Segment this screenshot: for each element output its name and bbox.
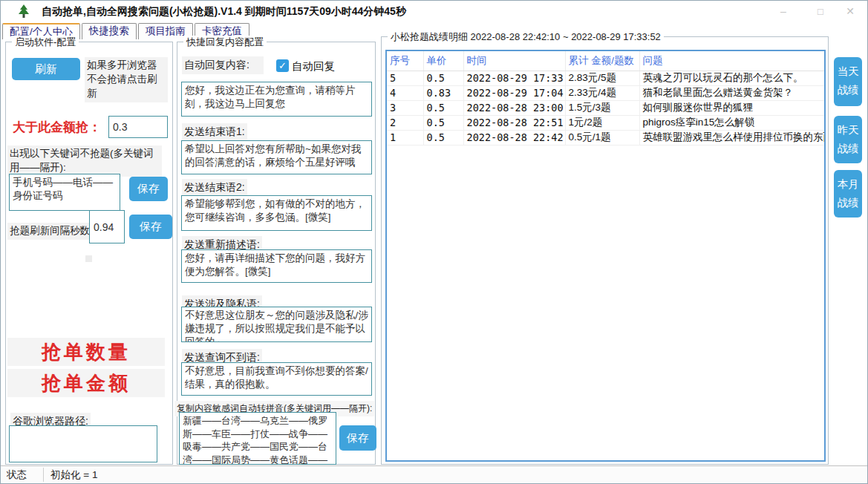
col-header-time: 时间 bbox=[463, 51, 565, 71]
redescribe-textarea[interactable]: 您好，请再详细描述下您的问题，我好方便为您解答。[微笑] bbox=[181, 249, 372, 283]
save-interval-button[interactable]: 保存 bbox=[129, 215, 172, 239]
table-row[interactable]: 4 0.83 2022-08-29 17:04:31 2.33元/4题 猫和老鼠… bbox=[387, 85, 824, 100]
end-msg2-label: 发送结束语2: bbox=[182, 179, 247, 197]
status-label: 状态 bbox=[7, 466, 27, 483]
refresh-hint-label: 如果多开浏览器不会抢请点击刷新 bbox=[85, 57, 168, 102]
app-tree-icon bbox=[17, 4, 30, 18]
end-msg1-textarea[interactable]: 希望以上回答对您有所帮助~如果您对我的回答满意的话，麻烦给个五星好评哦 bbox=[181, 140, 372, 174]
table-row[interactable]: 5 0.5 2022-08-29 17:33:52 2.83元/5题 英魂之刃可… bbox=[387, 71, 824, 85]
launch-config-title: 启动软件-配置 bbox=[12, 36, 79, 49]
table-header-row: 序号 单价 时间 累计 金额/题数 问题 bbox=[387, 51, 824, 71]
cell-question: 如何驯服迷你世界的狐狸 bbox=[639, 100, 824, 115]
cell-price: 0.5 bbox=[423, 100, 463, 115]
maximize-icon[interactable]: □ bbox=[811, 1, 830, 22]
cell-question: 猫和老鼠里面怎么赠送黄金货架？ bbox=[639, 85, 824, 100]
cell-seq: 1 bbox=[387, 130, 423, 145]
cell-seq: 4 bbox=[387, 85, 423, 100]
auto-reply-textarea[interactable]: 您好，我这边正在为您查询，请稍等片刻，我这边马上回复您 bbox=[181, 82, 372, 117]
yesterday-results-button[interactable]: 昨天战绩 bbox=[834, 116, 862, 163]
cell-price: 0.83 bbox=[423, 85, 463, 100]
quick-reply-title: 快捷回复内容配置 bbox=[183, 36, 267, 49]
launch-config-panel: 启动软件-配置 刷新 如果多开浏览器不会抢请点击刷新 大于此金额抢： 出现以下关… bbox=[5, 42, 173, 465]
end-msg1-label: 发送结束语1: bbox=[182, 123, 247, 141]
tab-quick-search[interactable]: 快捷搜索 bbox=[82, 23, 137, 39]
cell-total: 1.5元/3题 bbox=[565, 100, 639, 115]
order-count-label: 抢单数量 bbox=[7, 338, 165, 366]
today-results-button[interactable]: 当天战绩 bbox=[834, 57, 862, 106]
status-separator bbox=[43, 468, 44, 482]
window-title: 自动抢单,自动全网搜索问题(小松抢题).V1.4 到期时间1157天09小时44… bbox=[42, 1, 406, 22]
refresh-interval-label: 抢题刷新间隔秒数 bbox=[7, 223, 92, 240]
auto-reply-checkbox-label: 自动回复 bbox=[292, 59, 335, 73]
refresh-interval-input[interactable] bbox=[89, 210, 125, 243]
cell-time: 2022-08-28 22:42:10 bbox=[463, 130, 565, 145]
refresh-button[interactable]: 刷新 bbox=[12, 58, 80, 80]
cell-question: 英雄联盟游戏里怎么样使用排位币换的东西 bbox=[639, 130, 824, 145]
end-msg2-textarea[interactable]: 希望能够帮到您，如有做的不对的地方，您可继续咨询，多多包涵。[微笑] bbox=[181, 195, 372, 231]
min-amount-input[interactable] bbox=[108, 116, 168, 138]
privacy-textarea[interactable]: 不好意思这位朋友～您的问题涉及隐私/涉嫌违规了，所以按照规定我们是不能予以回答的… bbox=[181, 307, 372, 342]
cell-time: 2022-08-29 17:33:52 bbox=[463, 71, 565, 85]
col-header-total: 累计 金额/题数 bbox=[565, 51, 639, 71]
cell-total: 1元/2题 bbox=[565, 115, 639, 130]
auto-reply-label: 自动回复内容: bbox=[182, 56, 264, 74]
cell-total: 2.33元/4题 bbox=[565, 85, 639, 100]
auto-reply-checkbox[interactable] bbox=[276, 59, 289, 72]
cell-total: 0.5元/1题 bbox=[565, 130, 639, 145]
title-bar: 自动抢单,自动全网搜索问题(小松抢题).V1.4 到期时间1157天09小时44… bbox=[1, 1, 867, 22]
close-icon[interactable]: ✕ bbox=[841, 1, 860, 22]
table-row[interactable]: 3 0.5 2022-08-28 23:00:07 1.5元/3题 如何驯服迷你… bbox=[387, 100, 824, 115]
minimize-icon[interactable]: – bbox=[774, 1, 793, 22]
cell-price: 0.5 bbox=[423, 115, 463, 130]
chrome-path-input[interactable] bbox=[9, 425, 157, 462]
cell-question: 英魂之刃可以玩灵石的那个怎么下。 bbox=[639, 71, 824, 85]
table-row[interactable]: 2 0.5 2022-08-28 22:51:14 1元/2题 phigros痉… bbox=[387, 115, 824, 130]
results-panel-title: 小松抢题战绩明细 2022-08-28 22:42:10 ~ 2022-08-2… bbox=[388, 30, 664, 44]
results-panel: 小松抢题战绩明细 2022-08-28 22:42:10 ~ 2022-08-2… bbox=[381, 36, 829, 465]
decoration-dot bbox=[85, 255, 92, 262]
cell-time: 2022-08-29 17:04:31 bbox=[463, 85, 565, 100]
table-row[interactable]: 1 0.5 2022-08-28 22:42:10 0.5元/1题 英雄联盟游戏… bbox=[387, 130, 824, 145]
save-sensitive-button[interactable]: 保存 bbox=[339, 425, 376, 451]
col-header-price: 单价 bbox=[423, 51, 463, 71]
col-header-question: 问题 bbox=[639, 51, 824, 71]
cell-time: 2022-08-28 23:00:07 bbox=[463, 100, 565, 115]
cell-total: 2.83元/5题 bbox=[565, 71, 639, 85]
cell-seq: 3 bbox=[387, 100, 423, 115]
min-amount-label: 大于此金额抢： bbox=[13, 119, 101, 136]
month-results-button[interactable]: 本月战绩 bbox=[834, 170, 862, 218]
cell-question: phigros痉挛in15怎么解锁 bbox=[639, 115, 824, 130]
order-amount-label: 抢单金额 bbox=[7, 369, 165, 397]
exclude-keywords-label: 出现以下关键词不抢题(多关键词用——隔开): bbox=[7, 145, 162, 177]
cell-time: 2022-08-28 22:51:14 bbox=[463, 115, 565, 130]
status-bar: 状态 初始化 = 1 bbox=[1, 465, 867, 483]
col-header-seq: 序号 bbox=[387, 51, 423, 71]
exclude-keywords-textarea[interactable]: 手机号码——电话——身份证号码 bbox=[9, 174, 120, 211]
app-window: 自动抢单,自动全网搜索问题(小松抢题).V1.4 到期时间1157天09小时44… bbox=[0, 0, 868, 484]
cell-seq: 2 bbox=[387, 115, 423, 130]
results-table: 序号 单价 时间 累计 金额/题数 问题 5 0.5 2022-08-29 17… bbox=[385, 50, 826, 462]
cell-seq: 5 bbox=[387, 71, 423, 85]
sensitive-words-textarea[interactable]: 新疆——台湾——乌克兰——俄罗斯——车臣——打仗——战争——吸毒——共产党——国… bbox=[179, 412, 336, 465]
status-value: 初始化 = 1 bbox=[50, 466, 97, 483]
save-keywords-button[interactable]: 保存 bbox=[129, 177, 168, 201]
quick-reply-panel: 快捷回复内容配置 自动回复内容: 自动回复 您好，我这边正在为您查询，请稍等片刻… bbox=[177, 42, 376, 465]
cell-price: 0.5 bbox=[423, 130, 463, 145]
cell-price: 0.5 bbox=[423, 71, 463, 85]
notfound-textarea[interactable]: 不好意思，目前我查询不到你想要的答案/结果，真的很抱歉。 bbox=[181, 362, 372, 396]
